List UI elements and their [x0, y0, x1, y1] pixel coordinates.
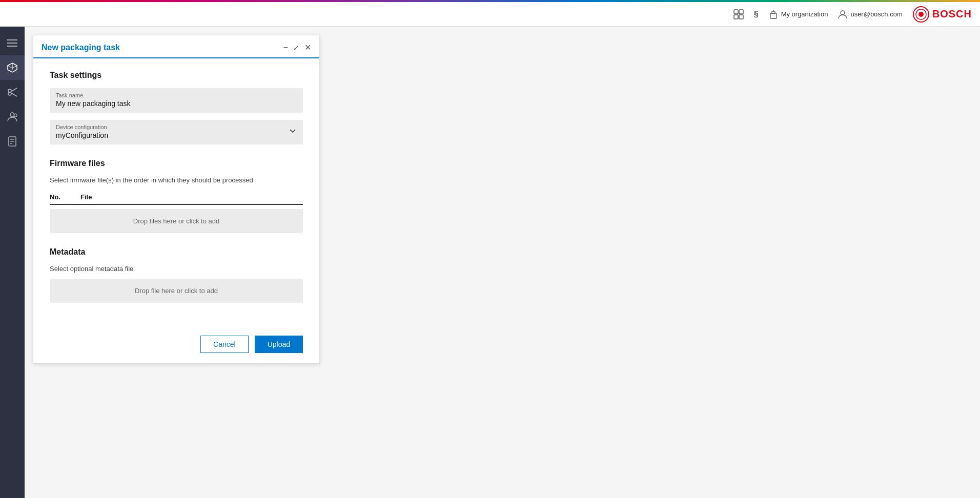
- device-config-field[interactable]: Device configuration myConfiguration: [50, 120, 303, 144]
- firmware-drop-zone[interactable]: Drop files here or click to add: [50, 209, 303, 233]
- cube-icon: [7, 62, 18, 73]
- top-gradient-bar: [0, 0, 980, 2]
- new-packaging-task-panel: New packaging task − ⤢ ✕ Task settings T…: [33, 35, 320, 364]
- table-header-file: File: [80, 190, 303, 204]
- bosch-logo: BOSCH: [913, 6, 972, 23]
- panel-header: New packaging task − ⤢ ✕: [33, 35, 319, 58]
- header-actions: § My organization user@bosch.com: [733, 6, 972, 23]
- panel-controls: − ⤢ ✕: [283, 43, 311, 52]
- firmware-files-table: No. File: [50, 190, 303, 205]
- main-content: New packaging task − ⤢ ✕ Task settings T…: [25, 27, 980, 498]
- svg-point-12: [8, 92, 11, 95]
- task-name-label: Task name: [56, 92, 297, 98]
- task-settings-heading: Task settings: [50, 71, 303, 80]
- metadata-drop-zone-label: Drop file here or click to add: [135, 287, 218, 295]
- bosch-logo-circle: [913, 6, 929, 23]
- panels-icon[interactable]: [733, 9, 744, 19]
- sidebar-item-users[interactable]: [0, 105, 25, 129]
- task-name-value: My new packaging task: [56, 99, 297, 108]
- org-label: My organization: [781, 10, 828, 18]
- svg-rect-5: [772, 11, 775, 13]
- metadata-heading: Metadata: [50, 247, 303, 257]
- svg-line-14: [11, 93, 17, 97]
- svg-rect-4: [770, 13, 777, 18]
- header: § My organization user@bosch.com: [0, 2, 980, 27]
- sidebar-item-tools[interactable]: [0, 80, 25, 105]
- cancel-button[interactable]: Cancel: [200, 336, 249, 353]
- metadata-drop-zone[interactable]: Drop file here or click to add: [50, 279, 303, 303]
- firmware-files-heading: Firmware files: [50, 159, 303, 168]
- svg-point-11: [8, 89, 11, 92]
- svg-rect-3: [739, 15, 743, 19]
- expand-button[interactable]: ⤢: [293, 44, 299, 52]
- svg-point-7: [773, 10, 774, 10]
- svg-line-13: [11, 88, 17, 92]
- sidebar-item-packages[interactable]: [0, 55, 25, 80]
- person-icon: [7, 111, 18, 122]
- svg-rect-1: [739, 10, 743, 14]
- minimize-button[interactable]: −: [283, 43, 288, 52]
- firmware-files-description: Select firmware file(s) in the order in …: [50, 176, 303, 184]
- table-header-no: No.: [50, 190, 80, 204]
- org-icon: [769, 10, 778, 19]
- scissors-icon: [7, 87, 18, 98]
- user-icon: [838, 10, 847, 19]
- metadata-section: Metadata Select optional metadata file D…: [50, 247, 303, 303]
- panel-footer: Cancel Upload: [33, 329, 319, 363]
- task-name-field[interactable]: Task name My new packaging task: [50, 88, 303, 113]
- metadata-description: Select optional metadata file: [50, 265, 303, 273]
- task-settings-section: Task settings Task name My new packaging…: [50, 71, 303, 144]
- svg-point-10: [918, 12, 924, 17]
- firmware-drop-zone-label: Drop files here or click to add: [133, 217, 219, 225]
- sidebar-item-reports[interactable]: [0, 129, 25, 154]
- svg-rect-0: [734, 10, 738, 14]
- svg-point-8: [841, 11, 845, 15]
- section-icon[interactable]: §: [754, 10, 759, 19]
- upload-button[interactable]: Upload: [255, 336, 303, 353]
- organization-selector[interactable]: My organization: [769, 10, 828, 19]
- device-config-label: Device configuration: [56, 124, 289, 130]
- panel-body: Task settings Task name My new packaging…: [33, 58, 319, 329]
- bosch-text: BOSCH: [932, 8, 972, 20]
- document-icon: [7, 136, 18, 147]
- dropdown-arrow-icon: [289, 127, 297, 137]
- user-label: user@bosch.com: [850, 10, 902, 18]
- sidebar-hamburger[interactable]: [0, 31, 25, 55]
- firmware-files-section: Firmware files Select firmware file(s) i…: [50, 159, 303, 233]
- device-config-content: Device configuration myConfiguration: [56, 124, 289, 139]
- sidebar: [0, 27, 25, 498]
- device-config-value: myConfiguration: [56, 131, 289, 139]
- svg-rect-2: [734, 15, 738, 19]
- user-menu[interactable]: user@bosch.com: [838, 10, 902, 19]
- close-button[interactable]: ✕: [304, 43, 311, 52]
- panel-title: New packaging task: [42, 43, 120, 52]
